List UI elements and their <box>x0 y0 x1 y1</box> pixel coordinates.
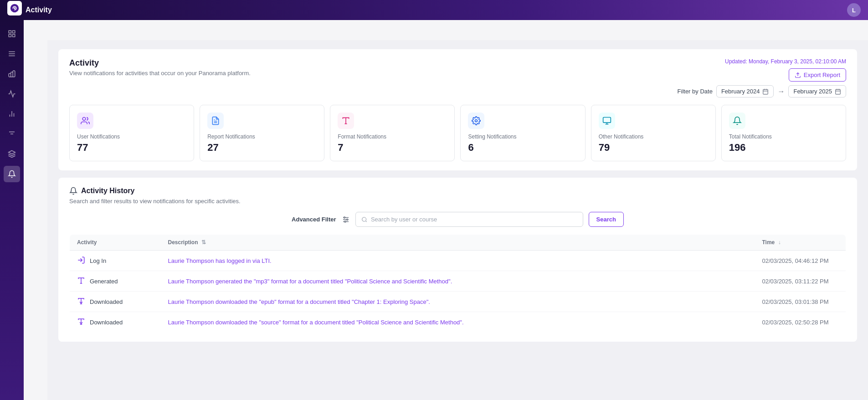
activity-cell-0: Log In <box>70 251 161 271</box>
col-header-activity: Activity <box>70 235 161 251</box>
sidebar-item-home[interactable] <box>4 26 20 42</box>
svg-point-37 <box>344 221 346 222</box>
total-notification-icon <box>729 113 745 129</box>
description-sort-icon[interactable]: ⇅ <box>201 239 206 246</box>
avatar[interactable]: L <box>847 3 861 17</box>
sidebar-item-menu[interactable] <box>4 46 20 62</box>
format-notif-count: 7 <box>338 142 447 154</box>
activity-cell-2: Downloaded <box>70 292 161 312</box>
calendar-start-icon <box>762 88 769 95</box>
svg-point-25 <box>82 118 86 121</box>
description-cell-3: Laurie Thompson downloaded the "source" … <box>161 312 755 333</box>
date-end-picker[interactable]: February 2025 <box>788 85 846 97</box>
report-notif-count: 27 <box>207 142 317 154</box>
svg-rect-5 <box>13 35 15 37</box>
activity-icon-3 <box>77 318 86 327</box>
topbar: Activity L <box>0 0 868 20</box>
activity-icon-1 <box>77 277 86 286</box>
sidebar-item-filters[interactable] <box>4 126 20 142</box>
activity-cell-3: Downloaded <box>70 312 161 333</box>
notif-card-other: Other Notifications 79 <box>591 105 716 161</box>
filter-row: Filter by Date February 2024 → February … <box>678 85 846 97</box>
svg-point-1 <box>14 7 15 9</box>
svg-point-28 <box>475 120 478 122</box>
description-cell-0: Laurie Thompson has logged in via LTI. <box>161 251 755 271</box>
time-cell-2: 02/03/2025, 03:01:38 PM <box>755 292 846 312</box>
activity-history-icon <box>69 187 77 195</box>
activity-cell-1: Generated <box>70 271 161 292</box>
setting-notification-icon <box>468 113 484 129</box>
svg-rect-4 <box>9 35 11 37</box>
advanced-filter-button[interactable] <box>342 215 350 224</box>
sidebar-item-analytics[interactable] <box>4 86 20 102</box>
svg-rect-3 <box>13 31 15 33</box>
search-button[interactable]: Search <box>589 212 624 227</box>
user-notification-icon <box>77 113 93 129</box>
svg-rect-21 <box>836 89 841 94</box>
notif-card-user: User Notifications 77 <box>69 105 194 161</box>
advanced-filter-label: Advanced Filter <box>292 216 336 223</box>
table-row: Downloaded Laurie Thompson downloaded th… <box>70 292 846 312</box>
svg-rect-2 <box>9 31 11 33</box>
time-sort-icon[interactable]: ↓ <box>778 239 781 246</box>
sidebar-item-reports[interactable] <box>4 66 20 82</box>
sidebar-item-notifications[interactable] <box>4 166 20 182</box>
activity-icon-0 <box>77 256 86 265</box>
topbar-title: Activity <box>26 6 52 14</box>
sliders-icon <box>342 215 350 224</box>
time-cell-3: 02/03/2025, 02:50:28 PM <box>755 312 846 333</box>
logo-icon[interactable] <box>7 1 22 15</box>
time-cell-1: 02/03/2025, 03:11:22 PM <box>755 271 846 292</box>
notif-card-format: Format Notifications 7 <box>330 105 455 161</box>
activity-history-section: Activity History Search and filter resul… <box>58 178 857 342</box>
search-input-wrap <box>355 212 583 227</box>
date-start-picker[interactable]: February 2024 <box>716 85 774 97</box>
description-cell-1: Laurie Thompson generated the "mp3" form… <box>161 271 755 292</box>
date-range-arrow: → <box>777 87 785 96</box>
table-header-row: Activity Description ⇅ Time ↓ <box>70 235 846 251</box>
setting-notif-count: 6 <box>468 142 577 154</box>
user-notif-count: 77 <box>77 142 186 154</box>
activity-icon-2 <box>77 297 86 306</box>
page-header: Activity View notifications for activiti… <box>69 58 846 97</box>
filter-label: Filter by Date <box>678 88 713 95</box>
other-notif-label: Other Notifications <box>599 133 708 140</box>
sidebar-item-charts[interactable] <box>4 106 20 122</box>
svg-point-36 <box>346 219 348 220</box>
section-title: Activity History <box>81 187 134 195</box>
setting-notif-label: Setting Notifications <box>468 133 577 140</box>
col-header-description: Description ⇅ <box>161 235 755 251</box>
sidebar-item-layers[interactable] <box>4 146 20 162</box>
notif-card-report: Report Notifications 27 <box>200 105 324 161</box>
search-input[interactable] <box>371 216 577 223</box>
total-notif-label: Total Notifications <box>729 133 838 140</box>
notif-card-total: Total Notifications 196 <box>721 105 846 161</box>
export-icon <box>795 72 801 78</box>
other-notification-icon <box>599 113 615 129</box>
activity-table: Activity Description ⇅ Time ↓ Log In <box>69 234 846 333</box>
report-notif-label: Report Notifications <box>207 133 317 140</box>
page-title: Activity <box>69 58 251 68</box>
svg-line-39 <box>365 221 366 221</box>
page-info: Activity View notifications for activiti… <box>69 58 251 77</box>
format-notif-label: Format Notifications <box>338 133 447 140</box>
page-subtitle: View notifications for activities that o… <box>69 70 251 77</box>
svg-point-35 <box>344 217 345 218</box>
total-notif-count: 196 <box>729 142 838 154</box>
user-notif-label: User Notifications <box>77 133 186 140</box>
svg-marker-15 <box>9 151 15 154</box>
page-card: Activity View notifications for activiti… <box>58 49 857 170</box>
sidebar <box>0 20 24 400</box>
export-button[interactable]: Export Report <box>789 68 846 82</box>
section-header: Activity History <box>69 187 846 195</box>
format-notification-icon <box>338 113 354 129</box>
calendar-end-icon <box>835 88 841 95</box>
svg-rect-29 <box>603 118 611 123</box>
table-row: Log In Laurie Thompson has logged in via… <box>70 251 846 271</box>
table-row: Downloaded Laurie Thompson downloaded th… <box>70 312 846 333</box>
col-header-time: Time ↓ <box>755 235 846 251</box>
table-row: Generated Laurie Thompson generated the … <box>70 271 846 292</box>
notification-cards-grid: User Notifications 77 Report Notificatio… <box>69 105 846 161</box>
page-meta: Updated: Monday, February 3, 2025, 02:10… <box>678 58 846 97</box>
updated-text: Updated: Monday, February 3, 2025, 02:10… <box>678 58 846 65</box>
